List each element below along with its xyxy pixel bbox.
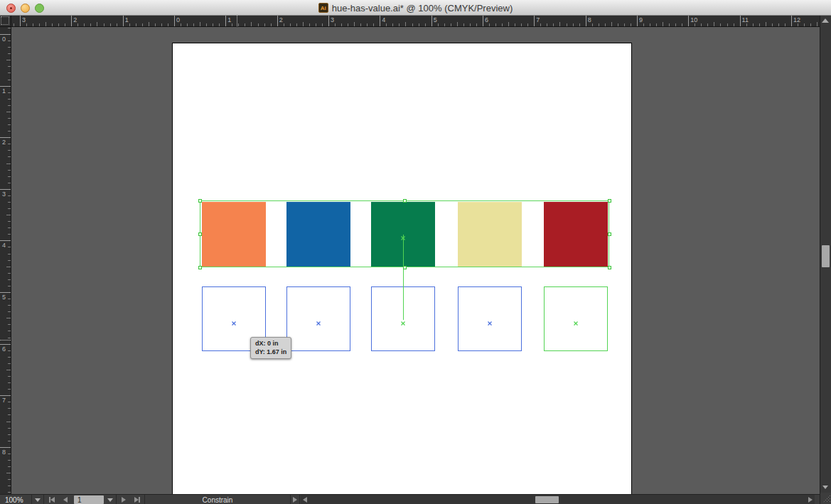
ruler-tick <box>117 23 117 26</box>
selection-handle[interactable] <box>403 199 407 203</box>
ruler-tick <box>181 23 181 26</box>
ruler-tick <box>540 23 541 26</box>
ruler-tick <box>303 22 304 26</box>
page-dropdown-button[interactable] <box>104 495 117 504</box>
ruler-tick <box>8 124 11 125</box>
ruler-tick <box>8 176 11 177</box>
ruler-tick <box>8 221 11 222</box>
ruler-tick <box>547 23 547 26</box>
first-page-button[interactable] <box>45 495 58 504</box>
ruler-tick <box>8 41 11 41</box>
page-number-field[interactable]: 1 <box>74 495 104 504</box>
ruler-tick <box>650 23 650 26</box>
status-menu-button[interactable] <box>290 495 300 504</box>
title-bar: Ai hue-has-value.ai* @ 100% (CMYK/Previe… <box>0 0 831 16</box>
last-page-button[interactable] <box>131 495 144 504</box>
ruler-tick <box>58 23 59 26</box>
horizontal-ruler[interactable]: 3210123456789101112 <box>11 16 820 27</box>
ruler-tick <box>688 16 689 26</box>
selection-handle[interactable] <box>608 199 611 203</box>
center-point-marker <box>316 316 321 329</box>
ruler-origin-box[interactable] <box>0 16 11 27</box>
ruler-tick <box>8 408 11 409</box>
ruler-tick <box>264 23 265 26</box>
horizontal-scrollbar[interactable] <box>301 494 815 504</box>
next-page-button[interactable] <box>117 495 130 504</box>
ruler-tick <box>412 23 413 26</box>
selection-handle[interactable] <box>608 232 611 236</box>
ruler-tick <box>6 267 11 267</box>
ruler-label: 5 <box>434 16 437 23</box>
ruler-tick <box>592 23 593 26</box>
ruler-tick <box>457 22 458 26</box>
ruler-tick <box>316 23 316 26</box>
zoom-level-display[interactable]: 100% <box>0 495 31 504</box>
ruler-tick <box>8 279 11 280</box>
ruler-tick <box>8 156 11 157</box>
ruler-tick <box>8 466 11 467</box>
ruler-tick <box>740 16 741 26</box>
ruler-tick <box>290 23 291 26</box>
scroll-down-arrow[interactable] <box>822 486 828 489</box>
ruler-label: 3 <box>22 16 26 23</box>
ruler-label: 7 <box>2 397 6 404</box>
ruler-tick <box>360 23 361 26</box>
ruler-tick <box>26 23 27 26</box>
ruler-tick <box>611 22 612 26</box>
ruler-tick <box>341 23 342 26</box>
ruler-tick <box>14 23 14 26</box>
selection-handle[interactable] <box>198 199 202 203</box>
ruler-tick <box>502 23 503 26</box>
ai-file-icon: Ai <box>318 3 328 13</box>
vertical-scrollbar[interactable] <box>820 16 831 493</box>
horizontal-scroll-thumb[interactable] <box>535 496 559 503</box>
ruler-tick <box>335 23 336 26</box>
vertical-scroll-thumb[interactable] <box>822 245 830 267</box>
ruler-tick <box>682 23 682 26</box>
ruler-tick <box>8 183 11 183</box>
vertical-ruler[interactable]: 012345678 <box>0 27 11 494</box>
previous-page-button[interactable] <box>59 495 72 504</box>
ruler-tick <box>8 460 11 461</box>
zoom-dropdown-button[interactable] <box>31 495 44 504</box>
ruler-tick <box>20 16 21 26</box>
ruler-tick <box>785 23 786 26</box>
ruler-tick <box>8 105 11 106</box>
ruler-tick <box>284 23 284 26</box>
scroll-up-arrow[interactable] <box>822 18 829 23</box>
ruler-tick <box>618 23 618 26</box>
ruler-tick <box>8 428 11 429</box>
scroll-right-arrow[interactable] <box>808 497 813 503</box>
ruler-tick <box>77 23 78 26</box>
ruler-label: 9 <box>639 16 643 23</box>
scroll-left-arrow[interactable] <box>303 497 307 503</box>
ruler-label: 3 <box>331 16 334 23</box>
ruler-tick <box>8 357 11 358</box>
ruler-tick <box>605 23 606 26</box>
status-display[interactable]: Constrain <box>144 495 290 504</box>
selection-handle[interactable] <box>403 266 407 269</box>
ruler-label: 4 <box>382 16 385 23</box>
selection-handle[interactable] <box>198 266 202 269</box>
window-title-wrap: Ai hue-has-value.ai* @ 100% (CMYK/Previe… <box>0 0 831 16</box>
ruler-tick <box>84 23 85 26</box>
ruler-tick <box>798 23 798 26</box>
selection-handle[interactable] <box>608 266 611 269</box>
ruler-tick <box>8 195 11 196</box>
ruler-tick <box>438 23 439 26</box>
ruler-tick <box>348 23 348 26</box>
selection-handle[interactable] <box>198 232 202 236</box>
document-canvas[interactable] <box>11 27 820 494</box>
ruler-tick <box>6 473 11 473</box>
ruler-tick <box>251 22 252 26</box>
ruler-tick <box>354 22 355 26</box>
ruler-tick <box>8 66 11 67</box>
ruler-tick <box>8 492 11 493</box>
ruler-tick <box>8 170 11 171</box>
ruler-tick <box>8 47 11 48</box>
ruler-tick <box>8 486 11 486</box>
ruler-tick <box>45 22 46 26</box>
window-resize-grip[interactable] <box>820 493 831 504</box>
ruler-tick <box>753 23 754 26</box>
ruler-tick <box>0 240 11 241</box>
